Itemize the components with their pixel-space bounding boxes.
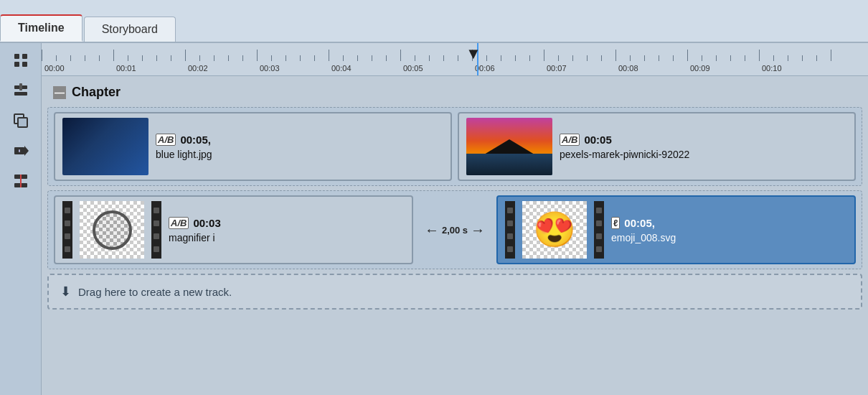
tab-bar: Timeline Storyboard [0, 0, 868, 43]
film-hole [65, 208, 70, 213]
svg-rect-2 [14, 62, 19, 67]
ruler-time-3: 00:03 [260, 64, 280, 73]
clip-sunset-time: A/B 00:05 [560, 134, 689, 146]
clip-blue-light[interactable]: A/B 00:05, blue light.jpg [54, 112, 452, 181]
chapter-collapse-button[interactable]: — [53, 86, 66, 99]
clip-magnifier[interactable]: A/B 00:03 magnifier i [54, 195, 413, 264]
ruler-time-8: 00:08 [618, 64, 638, 73]
chapter-header: — Chapter [47, 82, 862, 103]
svg-rect-0 [14, 54, 19, 59]
right-arrow-icon: → [471, 222, 485, 238]
svg-rect-5 [14, 92, 27, 96]
film-hole [507, 246, 513, 252]
clip-emoji-time: ℓ 00:05, [611, 217, 676, 229]
toolbar [0, 43, 42, 395]
water-decor [466, 154, 552, 175]
clip-blue-name: blue light.jpg [156, 149, 212, 160]
playhead-head-icon: ▼ [466, 45, 481, 63]
film-hole [507, 233, 513, 239]
duplicate-tool-button[interactable] [6, 108, 35, 134]
clip-blue-time: A/B 00:05, [156, 134, 212, 146]
ab-icon-sunset: A/B [560, 134, 580, 146]
svg-rect-11 [19, 149, 20, 152]
ruler-time-0: 00:00 [44, 64, 65, 73]
clip-sunset-info: A/B 00:05 pexels-marek-piwnicki-92022 [560, 134, 689, 160]
ruler-time-10: 00:10 [762, 64, 782, 73]
ab-icon-magnifier: A/B [169, 217, 189, 229]
magnifier-circle [93, 210, 132, 250]
film-strip-left-magnifier [62, 201, 72, 259]
playhead-ruler-line [477, 43, 478, 75]
tracks-container[interactable]: — Chapter A/B 00:05, blue light.jpg [42, 76, 868, 395]
emoji-thumbnail: 😍 [522, 201, 587, 259]
ruler-time-7: 00:07 [547, 64, 567, 73]
film-hole [596, 246, 602, 252]
film-hole [507, 220, 513, 226]
film-hole [596, 233, 602, 239]
clip-magnifier-info: A/B 00:03 magnifier i [169, 217, 221, 243]
ruler-time-2: 00:02 [188, 64, 208, 73]
film-hole [154, 233, 159, 239]
clip-sunset-thumbnail [466, 118, 552, 175]
film-hole [596, 208, 602, 213]
ruler: 00:00 00:01 00:02 00:03 00:04 00:05 00:0… [42, 43, 868, 76]
track-row-animations: A/B 00:03 magnifier i ← 2,00 s → [47, 190, 862, 269]
svg-rect-3 [22, 62, 27, 67]
film-hole [154, 220, 159, 226]
clip-magnifier-time: A/B 00:03 [169, 217, 221, 229]
film-hole [596, 220, 602, 226]
drag-label: Drag here to create a new track. [78, 286, 232, 298]
chapter-label: Chapter [72, 85, 121, 100]
ruler-time-4: 00:04 [331, 64, 352, 73]
film-hole [65, 246, 70, 252]
loop-icon-emoji: ℓ [611, 217, 620, 229]
main-container: 00:00 00:01 00:02 00:03 00:04 00:05 00:0… [0, 43, 868, 395]
film-strip-left-emoji [505, 201, 515, 259]
add-track-tool-button[interactable] [6, 78, 35, 103]
left-arrow-icon: ← [425, 222, 439, 238]
clip-blue-thumbnail [62, 118, 148, 175]
arrow-tool-button[interactable] [6, 138, 35, 164]
film-hole [507, 208, 513, 213]
clip-emoji-duration: 00:05, [624, 217, 655, 229]
transition-duration-label: 2,00 s [442, 225, 468, 236]
svg-rect-6 [19, 83, 22, 90]
clip-emoji[interactable]: 😍 ℓ 00:05, emoji_008.svg [496, 195, 856, 264]
clip-magnifier-duration: 00:03 [193, 217, 220, 229]
film-strip-right-magnifier [151, 201, 161, 259]
clip-blue-info: A/B 00:05, blue light.jpg [156, 134, 212, 160]
clip-magnifier-name: magnifier i [169, 232, 221, 243]
svg-rect-1 [22, 54, 27, 59]
drag-icon: ⬇ [60, 284, 71, 299]
drag-new-track-zone: ⬇ Drag here to create a new track. [47, 274, 862, 310]
film-hole [154, 246, 159, 252]
transition-arrow: ← 2,00 s → [419, 195, 491, 264]
transition-duration: ← 2,00 s → [425, 222, 485, 238]
tab-timeline[interactable]: Timeline [0, 14, 82, 42]
trim-tool-button[interactable] [6, 168, 35, 194]
ruler-time-9: 00:09 [690, 64, 710, 73]
ruler-time-1: 00:01 [116, 64, 136, 73]
emoji-face: 😍 [533, 213, 576, 247]
clip-emoji-name: emoji_008.svg [611, 232, 676, 243]
svg-rect-14 [20, 175, 22, 187]
svg-rect-8 [18, 118, 27, 127]
film-strip-right-emoji [594, 201, 604, 259]
clip-sunset-name: pexels-marek-piwnicki-92022 [560, 149, 689, 160]
clip-sunset-duration: 00:05 [584, 134, 611, 146]
magnifier-thumbnail [80, 201, 144, 259]
film-hole [65, 220, 70, 226]
multi-tool-button[interactable] [6, 47, 35, 73]
ab-icon-blue: A/B [156, 134, 176, 146]
clip-blue-duration: 00:05, [180, 134, 211, 146]
clip-sunset[interactable]: A/B 00:05 pexels-marek-piwnicki-92022 [458, 112, 856, 181]
film-hole [154, 208, 159, 213]
film-hole [65, 233, 70, 239]
timeline-area: 00:00 00:01 00:02 00:03 00:04 00:05 00:0… [42, 43, 868, 395]
ruler-time-5: 00:05 [403, 64, 423, 73]
svg-marker-10 [24, 146, 29, 156]
track-row-images: A/B 00:05, blue light.jpg [47, 107, 862, 186]
tab-storyboard[interactable]: Storyboard [84, 17, 176, 42]
clip-emoji-info: ℓ 00:05, emoji_008.svg [611, 217, 676, 243]
